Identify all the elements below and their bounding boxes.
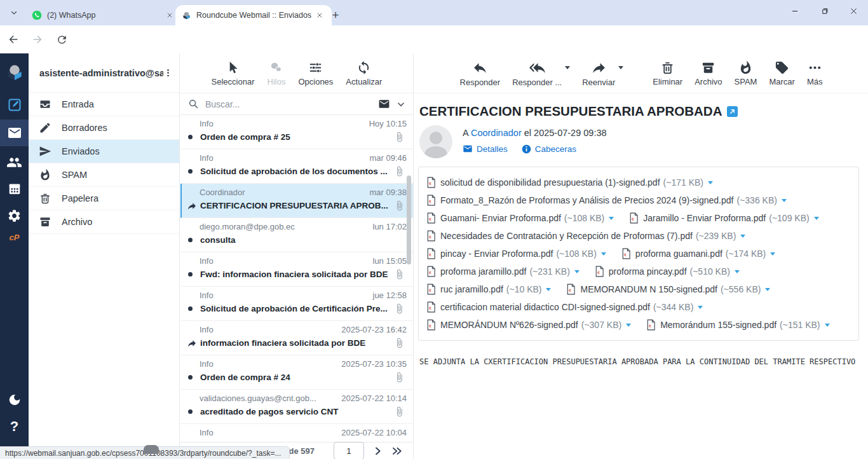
mark-button[interactable]: Marcar xyxy=(769,60,794,86)
spam-button[interactable]: SPAM xyxy=(735,60,757,86)
forward-button[interactable]: Reenviar xyxy=(582,60,615,87)
attachment-menu-caret[interactable] xyxy=(770,252,775,258)
compose-button[interactable] xyxy=(0,92,29,118)
details-toggle[interactable]: Detalles xyxy=(463,144,508,154)
folder-papelera[interactable]: Papelera xyxy=(29,187,179,210)
account-menu-icon[interactable] xyxy=(163,68,173,78)
rail-settings-button[interactable] xyxy=(0,202,29,229)
search-options-chevron-icon[interactable] xyxy=(397,100,405,109)
search-scope-mail-icon[interactable] xyxy=(378,98,390,110)
paperclip-icon xyxy=(394,235,407,245)
more-button[interactable]: Más xyxy=(807,60,823,86)
window-controls xyxy=(780,0,868,22)
message-list-item[interactable]: Info Hoy 10:15 Orden de compra # 25 xyxy=(180,115,413,149)
attachment-item[interactable]: MEMORANDUM N 150-signed.pdf (~556 KB) xyxy=(566,280,770,298)
folder-spam[interactable]: SPAM xyxy=(29,163,179,187)
message-list-item[interactable]: Info lun 15:05 Fwd: informacion finacier… xyxy=(180,252,413,287)
attachment-menu-caret[interactable] xyxy=(740,235,745,240)
attachment-item[interactable]: Memorándum 155-signed.pdf (~151 KB) xyxy=(646,316,829,334)
folder-entrada[interactable]: Entrada xyxy=(29,93,179,116)
message-list-item[interactable]: Info 2025-07-23 10:35 Orden de compra # … xyxy=(180,355,413,390)
reload-button[interactable] xyxy=(51,29,72,50)
attachment-menu-caret[interactable] xyxy=(765,288,770,294)
archive-button[interactable]: Archivo xyxy=(695,60,722,86)
attachment-item[interactable]: proforma pincay.pdf (~510 KB) xyxy=(595,263,740,280)
attachment-item[interactable]: proforma jaramillo.pdf (~231 KB) xyxy=(426,263,580,280)
attachment-item[interactable]: pincay - Enviar Proforma.pdf (~108 KB) xyxy=(426,245,606,263)
attachment-item[interactable]: Jaramillo - Enviar Proforma.pdf (~109 KB… xyxy=(629,209,818,227)
delete-button[interactable]: Eliminar xyxy=(653,60,682,86)
headers-toggle[interactable]: Cabeceras xyxy=(522,144,576,154)
attachment-menu-caret[interactable] xyxy=(609,217,614,223)
window-minimize-button[interactable] xyxy=(780,0,810,22)
options-button[interactable]: Opciones xyxy=(298,60,333,86)
window-restore-button[interactable] xyxy=(810,0,839,22)
attachment-item[interactable]: MEMORÁNDUM Nº626-signed.pdf (~307 KB) xyxy=(426,316,631,334)
next-page-icon[interactable] xyxy=(373,446,383,456)
attachment-size: (~307 KB) xyxy=(581,320,621,330)
attachment-menu-caret[interactable] xyxy=(825,324,830,329)
folder-enviados[interactable]: Enviados xyxy=(29,140,179,163)
tab-search-chevron-icon[interactable] xyxy=(5,5,23,20)
whatsapp-icon xyxy=(32,10,42,20)
last-page-icon[interactable] xyxy=(391,446,404,456)
select-button[interactable]: Seleccionar xyxy=(212,60,255,86)
window-close-button[interactable] xyxy=(839,0,868,22)
rail-mail-button[interactable] xyxy=(0,120,29,146)
message-list-item[interactable]: Info 2025-07-23 16:42 informacion finaci… xyxy=(180,321,413,355)
attachment-item[interactable]: Formato_8_Razón de Proformas y Análisis … xyxy=(426,191,787,209)
threads-button[interactable]: Hilos xyxy=(268,60,286,86)
attachment-item[interactable]: Necesidades de Contratación y Recepción … xyxy=(426,227,745,245)
attachment-item[interactable]: Guamani- Enviar Proforma.pdf (~108 KB) xyxy=(426,209,614,227)
attachment-menu-caret[interactable] xyxy=(814,217,819,223)
open-in-new-window-icon[interactable] xyxy=(727,106,738,117)
tab-close-icon[interactable] xyxy=(164,10,175,21)
refresh-button[interactable]: Actualizar xyxy=(346,60,382,86)
attachment-menu-caret[interactable] xyxy=(708,181,713,187)
attachment-item[interactable]: proforma guamani.pdf (~174 KB) xyxy=(621,245,775,263)
tab-roundcube[interactable]: Roundcube Webmail :: Enviados xyxy=(175,5,332,25)
attachment-item[interactable]: solicitud de disponibilidad presupuestar… xyxy=(426,174,713,191)
attachment-menu-caret[interactable] xyxy=(546,288,551,294)
cpanel-link[interactable]: cP xyxy=(0,228,29,247)
message-date: Hoy 10:15 xyxy=(369,119,407,128)
tab-whatsapp[interactable]: (2) WhatsApp xyxy=(25,5,182,25)
search-input[interactable] xyxy=(204,99,378,110)
rail-contacts-button[interactable] xyxy=(0,149,29,175)
message-list-item[interactable]: Info 2025-07-22 10:04 xyxy=(180,424,413,444)
attachment-menu-caret[interactable] xyxy=(601,252,606,258)
message-list-item[interactable]: Info mar 09:46 Solicitud de aprobación d… xyxy=(180,149,413,184)
dark-mode-toggle[interactable] xyxy=(0,387,29,413)
attachment-item[interactable]: certificacion material didactico CDI-sig… xyxy=(426,298,703,316)
attachment-name: pincay - Enviar Proforma.pdf xyxy=(440,249,553,259)
message-list-item[interactable]: Coordinador mar 09:38 CERTIFICACION PRES… xyxy=(180,184,413,218)
recipient-link[interactable]: Coordinador xyxy=(471,128,522,138)
forward-button[interactable] xyxy=(27,29,48,50)
list-scrollbar[interactable] xyxy=(407,175,411,264)
reply-button[interactable]: Responder xyxy=(460,60,501,87)
new-tab-button[interactable]: + xyxy=(328,8,343,23)
search-icon xyxy=(188,99,199,109)
reply-all-button[interactable]: Responder ... xyxy=(512,60,562,87)
page-number-input[interactable] xyxy=(334,442,364,459)
folder-archivo[interactable]: Archivo xyxy=(29,210,179,234)
message-list-item[interactable]: Info jue 12:58 Solicitud de aprobación d… xyxy=(180,287,413,321)
tab-close-icon[interactable] xyxy=(314,10,325,21)
attachment-menu-caret[interactable] xyxy=(735,270,740,276)
message-sender: Info xyxy=(200,325,214,334)
attachment-item[interactable]: ruc jaramillo.pdf (~10 KB) xyxy=(426,280,551,298)
rail-calendar-button[interactable] xyxy=(0,175,29,202)
reply-all-menu-caret[interactable] xyxy=(565,66,570,72)
mail-subject: CERTIFICACION PRESUPUESTARIA APROBADA xyxy=(419,104,722,119)
attachment-menu-caret[interactable] xyxy=(626,324,631,329)
attachment-menu-caret[interactable] xyxy=(698,306,703,312)
attachment-menu-caret[interactable] xyxy=(782,199,787,205)
message-list-item[interactable]: diego.moran@dpe.gob.ec lun 17:02 consult… xyxy=(180,218,413,252)
tag-icon xyxy=(775,60,789,75)
attachment-menu-caret[interactable] xyxy=(574,270,580,276)
back-button[interactable] xyxy=(3,29,24,50)
message-list-item[interactable]: validaciones.guayas@cnt.gob... 2025-07-2… xyxy=(180,390,413,424)
help-button[interactable]: ? xyxy=(0,413,29,440)
forward-menu-caret[interactable] xyxy=(618,66,623,72)
folder-borradores[interactable]: Borradores xyxy=(29,116,179,140)
